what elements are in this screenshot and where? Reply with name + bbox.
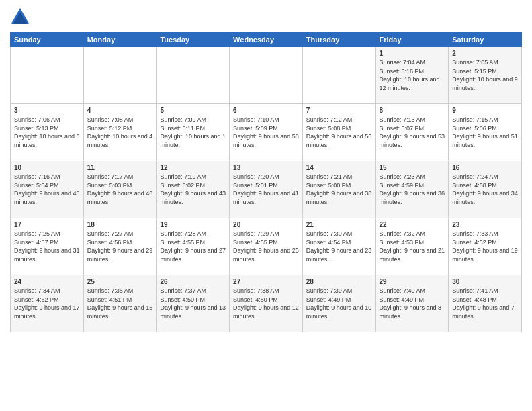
day-info: Sunrise: 7:34 AMSunset: 4:52 PMDaylight:…	[14, 287, 80, 320]
day-number: 28	[306, 278, 372, 285]
day-info: Sunrise: 7:25 AMSunset: 4:57 PMDaylight:…	[14, 230, 80, 263]
weekday-header-monday: Monday	[83, 33, 157, 47]
day-number: 15	[380, 164, 445, 171]
day-info: Sunrise: 7:37 AMSunset: 4:50 PMDaylight:…	[160, 287, 226, 320]
day-info: Sunrise: 7:23 AMSunset: 4:59 PMDaylight:…	[380, 173, 445, 206]
day-info: Sunrise: 7:35 AMSunset: 4:51 PMDaylight:…	[87, 287, 153, 320]
day-cell: 27Sunrise: 7:38 AMSunset: 4:50 PMDayligh…	[230, 275, 303, 332]
day-info: Sunrise: 7:30 AMSunset: 4:54 PMDaylight:…	[306, 230, 372, 263]
day-number: 10	[14, 164, 80, 171]
week-row-5: 24Sunrise: 7:34 AMSunset: 4:52 PMDayligh…	[11, 275, 522, 332]
weekday-header-row: SundayMondayTuesdayWednesdayThursdayFrid…	[11, 33, 522, 47]
day-info: Sunrise: 7:08 AMSunset: 5:12 PMDaylight:…	[87, 116, 153, 149]
calendar-page: SundayMondayTuesdayWednesdayThursdayFrid…	[0, 0, 532, 411]
logo-icon	[10, 7, 30, 27]
day-number: 6	[233, 107, 299, 114]
day-number: 8	[380, 107, 445, 114]
day-cell: 7Sunrise: 7:12 AMSunset: 5:08 PMDaylight…	[302, 104, 375, 161]
day-number: 26	[160, 278, 226, 285]
day-cell: 14Sunrise: 7:21 AMSunset: 5:00 PMDayligh…	[302, 161, 375, 218]
day-cell: 19Sunrise: 7:28 AMSunset: 4:55 PMDayligh…	[157, 218, 230, 275]
weekday-header-thursday: Thursday	[302, 33, 375, 47]
day-cell: 25Sunrise: 7:35 AMSunset: 4:51 PMDayligh…	[83, 275, 157, 332]
day-cell: 5Sunrise: 7:09 AMSunset: 5:11 PMDaylight…	[157, 104, 230, 161]
day-cell: 29Sunrise: 7:40 AMSunset: 4:49 PMDayligh…	[375, 275, 449, 332]
day-info: Sunrise: 7:12 AMSunset: 5:08 PMDaylight:…	[306, 116, 372, 149]
day-cell	[157, 47, 230, 104]
day-number: 14	[306, 164, 372, 171]
day-info: Sunrise: 7:41 AMSunset: 4:48 PMDaylight:…	[452, 287, 518, 320]
day-cell: 26Sunrise: 7:37 AMSunset: 4:50 PMDayligh…	[157, 275, 230, 332]
day-cell: 4Sunrise: 7:08 AMSunset: 5:12 PMDaylight…	[83, 104, 157, 161]
day-info: Sunrise: 7:16 AMSunset: 5:04 PMDaylight:…	[14, 173, 80, 206]
weekday-header-sunday: Sunday	[11, 33, 84, 47]
day-info: Sunrise: 7:32 AMSunset: 4:53 PMDaylight:…	[380, 230, 445, 263]
day-number: 13	[233, 164, 299, 171]
day-number: 22	[380, 221, 445, 228]
week-row-4: 17Sunrise: 7:25 AMSunset: 4:57 PMDayligh…	[11, 218, 522, 275]
calendar-body: 1Sunrise: 7:04 AMSunset: 5:16 PMDaylight…	[11, 47, 522, 332]
day-cell: 21Sunrise: 7:30 AMSunset: 4:54 PMDayligh…	[302, 218, 375, 275]
day-cell: 2Sunrise: 7:05 AMSunset: 5:15 PMDaylight…	[449, 47, 522, 104]
day-number: 25	[87, 278, 153, 285]
day-number: 17	[14, 221, 80, 228]
day-cell: 1Sunrise: 7:04 AMSunset: 5:16 PMDaylight…	[375, 47, 449, 104]
day-cell	[83, 47, 157, 104]
day-number: 16	[452, 164, 518, 171]
day-info: Sunrise: 7:04 AMSunset: 5:16 PMDaylight:…	[380, 58, 445, 92]
day-info: Sunrise: 7:09 AMSunset: 5:11 PMDaylight:…	[160, 116, 226, 149]
week-row-2: 3Sunrise: 7:06 AMSunset: 5:13 PMDaylight…	[11, 104, 522, 161]
week-row-3: 10Sunrise: 7:16 AMSunset: 5:04 PMDayligh…	[11, 161, 522, 218]
day-cell: 16Sunrise: 7:24 AMSunset: 4:58 PMDayligh…	[449, 161, 522, 218]
day-cell: 30Sunrise: 7:41 AMSunset: 4:48 PMDayligh…	[449, 275, 522, 332]
day-info: Sunrise: 7:10 AMSunset: 5:09 PMDaylight:…	[233, 116, 299, 149]
day-cell: 24Sunrise: 7:34 AMSunset: 4:52 PMDayligh…	[11, 275, 84, 332]
day-info: Sunrise: 7:29 AMSunset: 4:55 PMDaylight:…	[233, 230, 299, 263]
day-number: 4	[87, 107, 153, 114]
day-number: 3	[14, 107, 80, 114]
day-number: 18	[87, 221, 153, 228]
weekday-header-tuesday: Tuesday	[157, 33, 230, 47]
day-info: Sunrise: 7:33 AMSunset: 4:52 PMDaylight:…	[452, 230, 518, 263]
day-info: Sunrise: 7:27 AMSunset: 4:56 PMDaylight:…	[87, 230, 153, 263]
day-cell: 28Sunrise: 7:39 AMSunset: 4:49 PMDayligh…	[302, 275, 375, 332]
day-cell: 6Sunrise: 7:10 AMSunset: 5:09 PMDaylight…	[230, 104, 303, 161]
logo	[10, 7, 33, 27]
day-cell: 13Sunrise: 7:20 AMSunset: 5:01 PMDayligh…	[230, 161, 303, 218]
day-info: Sunrise: 7:06 AMSunset: 5:13 PMDaylight:…	[14, 116, 80, 149]
week-row-1: 1Sunrise: 7:04 AMSunset: 5:16 PMDaylight…	[11, 47, 522, 104]
day-number: 11	[87, 164, 153, 171]
day-cell: 17Sunrise: 7:25 AMSunset: 4:57 PMDayligh…	[11, 218, 84, 275]
day-number: 1	[380, 50, 445, 57]
day-info: Sunrise: 7:13 AMSunset: 5:07 PMDaylight:…	[380, 116, 445, 149]
day-cell: 10Sunrise: 7:16 AMSunset: 5:04 PMDayligh…	[11, 161, 84, 218]
day-number: 24	[14, 278, 80, 285]
day-cell: 9Sunrise: 7:15 AMSunset: 5:06 PMDaylight…	[449, 104, 522, 161]
day-cell: 3Sunrise: 7:06 AMSunset: 5:13 PMDaylight…	[11, 104, 84, 161]
weekday-header-friday: Friday	[375, 33, 449, 47]
day-info: Sunrise: 7:21 AMSunset: 5:00 PMDaylight:…	[306, 173, 372, 206]
day-info: Sunrise: 7:19 AMSunset: 5:02 PMDaylight:…	[160, 173, 226, 206]
day-info: Sunrise: 7:15 AMSunset: 5:06 PMDaylight:…	[452, 116, 518, 149]
day-number: 27	[233, 278, 299, 285]
day-info: Sunrise: 7:20 AMSunset: 5:01 PMDaylight:…	[233, 173, 299, 206]
day-info: Sunrise: 7:17 AMSunset: 5:03 PMDaylight:…	[87, 173, 153, 206]
day-info: Sunrise: 7:39 AMSunset: 4:49 PMDaylight:…	[306, 287, 372, 320]
day-number: 5	[160, 107, 226, 114]
day-info: Sunrise: 7:05 AMSunset: 5:15 PMDaylight:…	[452, 58, 518, 92]
day-cell: 11Sunrise: 7:17 AMSunset: 5:03 PMDayligh…	[83, 161, 157, 218]
day-number: 12	[160, 164, 226, 171]
day-number: 19	[160, 221, 226, 228]
day-cell: 12Sunrise: 7:19 AMSunset: 5:02 PMDayligh…	[157, 161, 230, 218]
header	[10, 7, 522, 27]
day-cell: 18Sunrise: 7:27 AMSunset: 4:56 PMDayligh…	[83, 218, 157, 275]
day-number: 21	[306, 221, 372, 228]
weekday-header-wednesday: Wednesday	[230, 33, 303, 47]
day-number: 7	[306, 107, 372, 114]
day-cell: 20Sunrise: 7:29 AMSunset: 4:55 PMDayligh…	[230, 218, 303, 275]
day-cell: 23Sunrise: 7:33 AMSunset: 4:52 PMDayligh…	[449, 218, 522, 275]
day-cell	[230, 47, 303, 104]
day-cell: 22Sunrise: 7:32 AMSunset: 4:53 PMDayligh…	[375, 218, 449, 275]
day-info: Sunrise: 7:28 AMSunset: 4:55 PMDaylight:…	[160, 230, 226, 263]
day-cell	[11, 47, 84, 104]
